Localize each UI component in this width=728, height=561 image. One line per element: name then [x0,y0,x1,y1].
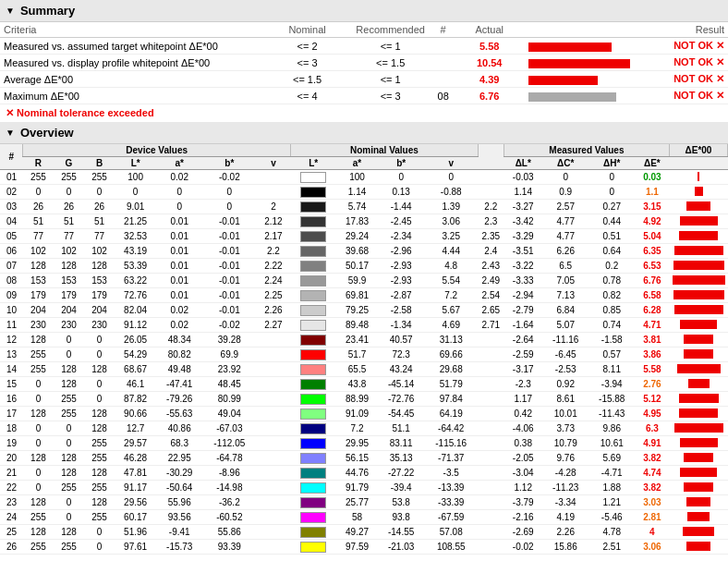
cell-dL: -2.94 [504,288,542,303]
cell-b-nom: -0.02 [202,318,256,333]
overview-table-wrap: # Device Values Nominal Values Measured … [0,144,728,555]
cell-dL: -0.03 [504,170,542,185]
cell-v-nom: 2.24 [256,274,290,288]
cell-dC: 6.5 [542,259,588,274]
cell-v-nom [256,185,290,200]
cell-dE: 3.82 [635,481,669,495]
cell-G: 51 [54,214,84,229]
table-row: 05 77 77 77 32.53 0.01 -0.01 2.17 29.24 … [0,229,728,244]
color-swatch [300,379,326,390]
cell-b-nom: 39.28 [202,333,256,348]
cell-L-meas: 59.9 [336,274,378,288]
cell-G: 26 [54,200,84,214]
color-swatch [300,201,326,213]
cell-dL: -3.27 [504,200,542,214]
delta-bar [684,453,713,462]
cell-L-meas: 79.25 [336,303,378,318]
cell-L-nom: 32.53 [115,229,156,244]
cell-b-nom: -36.2 [202,495,256,510]
cell-a-nom: 0.01 [156,259,202,274]
cell-a-nom: -50.64 [156,481,202,495]
cell-B: 0 [84,348,115,362]
cell-G: 153 [54,274,84,288]
delta-bar [683,527,714,536]
cell-bar [670,333,728,348]
cell-a-nom: -9.41 [156,525,202,540]
summary-hash [432,38,453,55]
summary-result: NOT OK ✕ [646,88,728,104]
cell-dH: -15.88 [588,392,635,407]
cell-R: 255 [23,348,54,362]
cell-L-nom: 9.01 [115,200,156,214]
cell-G: 255 [54,481,84,495]
cell-a-meas: -45.14 [378,377,424,392]
cell-dC: 5.07 [542,318,588,333]
cell-G: 128 [54,525,84,540]
cell-dL: 1.14 [504,185,542,200]
cell-L-nom: 54.29 [115,348,156,362]
cell-L-nom: 53.39 [115,259,156,274]
cell-a-meas: -27.22 [378,466,424,481]
delta-bar [686,542,710,551]
cell-B: 255 [84,481,115,495]
color-swatch [300,527,326,538]
cell-v-nom: 2.26 [256,303,290,318]
cell-swatch [290,540,336,555]
cell-idx: 16 [0,392,23,407]
cell-v-meas [478,421,504,436]
cell-swatch [290,170,336,185]
cell-b-nom: -0.01 [202,259,256,274]
cell-a-meas: 72.3 [378,348,424,362]
cell-bar [670,170,728,185]
table-row: 20 128 128 255 46.28 22.95 -64.78 56.15 … [0,451,728,466]
cell-v-nom [256,348,290,362]
cell-b-nom: -67.03 [202,421,256,436]
cell-B: 255 [84,436,115,451]
cell-dE: 6.35 [635,244,669,259]
cell-b-nom: -64.78 [202,451,256,466]
table-row: 14 255 128 128 68.67 49.48 23.92 65.5 43… [0,362,728,377]
cell-b-meas: -33.39 [424,495,478,510]
summary-result: NOT OK ✕ [646,55,728,71]
cell-R: 0 [23,421,54,436]
cell-dC: 2.57 [542,200,588,214]
cell-dH: 0.64 [588,244,635,259]
cell-R: 128 [23,451,54,466]
th-G: G [54,157,84,170]
cell-v-meas: 2.43 [478,259,504,274]
cell-G: 128 [54,377,84,392]
th-delta-group: ΔE*00 [670,144,728,157]
cell-dL: -3.51 [504,244,542,259]
delta-bar [698,172,699,181]
cell-swatch [290,214,336,229]
cell-G: 128 [54,466,84,481]
cell-L-nom: 72.76 [115,288,156,303]
cell-G: 255 [54,407,84,421]
th-swatch [478,144,504,170]
cell-L-nom: 29.56 [115,495,156,510]
cell-b-nom: 80.99 [202,392,256,407]
cell-G: 0 [54,421,84,436]
cell-G: 0 [54,348,84,362]
cell-a-nom: -30.29 [156,466,202,481]
cell-b-nom: 49.04 [202,407,256,421]
cell-dL: -3.79 [504,495,542,510]
cell-dE: 6.3 [635,421,669,436]
cell-dC: 3.73 [542,421,588,436]
cell-v-nom: 2.25 [256,288,290,303]
table-row: 12 128 0 0 26.05 48.34 39.28 23.41 40.57… [0,333,728,348]
cell-a-meas: 40.57 [378,333,424,348]
cell-a-nom: 80.82 [156,348,202,362]
cell-a-meas: -1.34 [378,318,424,333]
table-row: 03 26 26 26 9.01 0 0 2 5.74 -1.44 1.39 2… [0,200,728,214]
cell-v-nom [256,481,290,495]
cell-a-meas: -1.44 [378,200,424,214]
cell-L-meas: 89.48 [336,318,378,333]
cell-v-meas [478,510,504,525]
cell-L-nom: 46.1 [115,377,156,392]
cell-v-nom [256,525,290,540]
cell-G: 0 [54,495,84,510]
cell-dC: 0.92 [542,377,588,392]
table-row: 08 153 153 153 63.22 0.01 -0.01 2.24 59.… [0,274,728,288]
delta-bar [680,216,718,226]
